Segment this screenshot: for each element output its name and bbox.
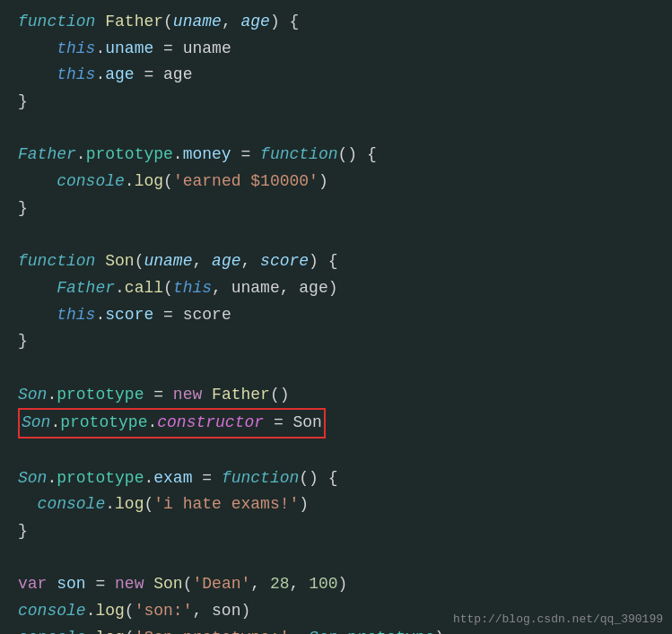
code-line-3: this.age = age [18, 62, 654, 89]
code-line-11: Father.call(this, uname, age) [18, 275, 654, 302]
code-line-19: console.log('i hate exams!') [18, 491, 654, 518]
code-line-6: Father.prototype.money = function() { [18, 142, 654, 169]
code-editor: function Father(uname, age) { this.uname… [0, 0, 672, 634]
code-line-8: } [18, 195, 654, 222]
code-line-10: function Son(uname, age, score) { [18, 248, 654, 275]
code-line-9 [18, 222, 654, 249]
code-line-22: var son = new Son('Dean', 28, 100) [18, 571, 654, 598]
code-line-14 [18, 355, 654, 382]
code-line-4: } [18, 89, 654, 116]
code-line-2: this.uname = uname [18, 36, 654, 63]
code-line-7: console.log('earned $10000') [18, 169, 654, 195]
code-line-16: Son.prototype.constructor = Son [18, 408, 654, 439]
highlighted-code: Son.prototype.constructor = Son [18, 408, 326, 439]
code-line-21 [18, 545, 654, 572]
code-line-20: } [18, 518, 654, 545]
watermark: http://blog.csdn.net/qq_390199 [453, 611, 663, 630]
code-line-15: Son.prototype = new Father() [18, 382, 654, 409]
code-line-12: this.score = score [18, 302, 654, 329]
code-line-13: } [18, 328, 654, 355]
code-line-18: Son.prototype.exam = function() { [18, 465, 654, 492]
code-line-1: function Father(uname, age) { [18, 9, 654, 36]
code-line-17 [18, 439, 654, 465]
code-line-5 [18, 116, 654, 143]
